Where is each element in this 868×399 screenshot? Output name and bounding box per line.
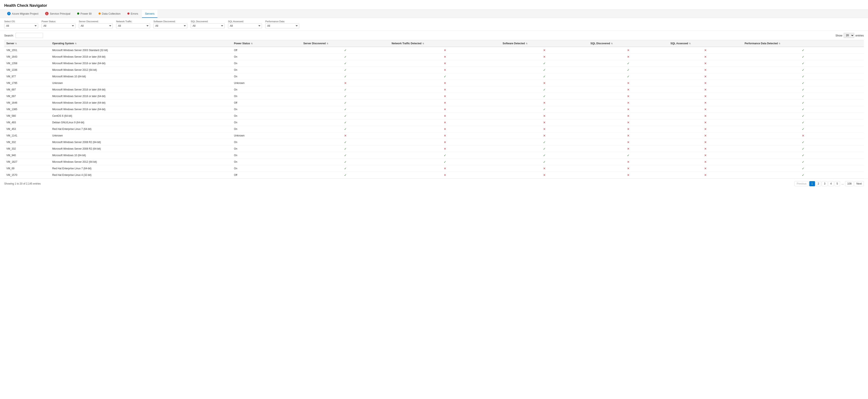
- col-header-sql-assess[interactable]: SQL Assessed⇅: [669, 40, 743, 47]
- pagination-page-5[interactable]: 5: [835, 181, 840, 186]
- table-row: VM_940Microsoft Windows 10 (64-bit)On✓✓✓…: [4, 152, 864, 159]
- cell-os: CentOS 6 (64-bit): [50, 113, 231, 119]
- check-icon: ✓: [303, 160, 388, 163]
- tab-errors[interactable]: Errors: [124, 10, 141, 18]
- x-icon: ✕: [671, 147, 740, 150]
- pagination-previous[interactable]: Previous: [795, 181, 809, 186]
- x-icon: ✕: [590, 134, 666, 137]
- x-icon: ✕: [671, 141, 740, 144]
- table-container: Server⇅Operating System⇅Power Status⇅Ser…: [0, 40, 868, 178]
- filter-select-select-os[interactable]: All: [4, 23, 38, 28]
- col-header-discovered[interactable]: Server Discovered⇅: [301, 40, 390, 47]
- check-icon: ✓: [303, 114, 388, 118]
- check-icon: ✓: [303, 101, 388, 104]
- filter-select-sql-discovered[interactable]: All: [191, 23, 225, 28]
- cell-perf: ✓: [743, 87, 864, 93]
- filter-select-server-discovered[interactable]: All: [79, 23, 113, 28]
- check-icon: ✓: [303, 121, 388, 124]
- col-header-os[interactable]: Operating System⇅: [50, 40, 231, 47]
- cell-network: ✓: [390, 159, 500, 165]
- cell-discovered: ✓: [301, 100, 390, 106]
- x-icon: ✕: [392, 173, 498, 177]
- x-icon: ✕: [392, 141, 498, 144]
- x-icon: ✕: [503, 134, 586, 137]
- tab-dot-data-collection: [98, 12, 101, 14]
- cell-software: ✕: [500, 119, 588, 126]
- pagination-page-4[interactable]: 4: [828, 181, 834, 186]
- x-icon: ✕: [671, 127, 740, 131]
- tab-label-errors: Errors: [131, 12, 138, 15]
- cell-discovered: ✓: [301, 67, 390, 73]
- cell-os: Microsoft Windows 10 (64-bit): [50, 73, 231, 80]
- pagination-page-2[interactable]: 2: [816, 181, 822, 186]
- check-icon: ✓: [745, 121, 862, 124]
- tabs-bar: ?Azure Migrate Project1Service Principal…: [0, 10, 868, 18]
- x-icon: ✕: [590, 147, 666, 150]
- col-header-software[interactable]: Software Detected⇅: [500, 40, 588, 47]
- cell-sql_assess: ✕: [669, 73, 743, 80]
- filter-select-network-traffic[interactable]: All: [116, 23, 150, 28]
- table-row: VM_1570Red Hat Enterprise Linux 4 (32-bi…: [4, 172, 864, 178]
- col-header-power[interactable]: Power Status⇅: [232, 40, 301, 47]
- check-icon: ✓: [503, 160, 586, 163]
- sort-icon-discovered: ⇅: [327, 42, 328, 45]
- col-header-network[interactable]: Network Traffic Detected⇅: [390, 40, 500, 47]
- tab-badge-service-principal: 1: [45, 12, 49, 15]
- cell-network: ✕: [390, 80, 500, 87]
- pagination-next[interactable]: Next: [854, 181, 864, 186]
- x-icon: ✕: [590, 94, 666, 98]
- x-icon: ✕: [671, 167, 740, 170]
- col-header-sql-disc[interactable]: SQL Discovered⇅: [588, 40, 668, 47]
- col-header-perf[interactable]: Performance Data Detected⇅: [743, 40, 864, 47]
- filter-select-sql-assessed[interactable]: All: [228, 23, 262, 28]
- check-icon: ✓: [745, 141, 862, 144]
- pagination-page-3[interactable]: 3: [822, 181, 828, 186]
- cell-discovered: ✓: [301, 172, 390, 178]
- check-icon: ✓: [503, 108, 586, 111]
- entries-select[interactable]: 20 50 100: [844, 33, 854, 38]
- page-title: Health Check Navigator: [4, 3, 864, 8]
- entries-label: entries: [856, 34, 864, 37]
- col-header-server[interactable]: Server⇅: [4, 40, 50, 47]
- cell-software: ✕: [500, 172, 588, 178]
- cell-software: ✓: [500, 106, 588, 113]
- cell-network: ✕: [390, 54, 500, 60]
- filter-select-power-status[interactable]: All: [41, 23, 75, 28]
- cell-perf: ✓: [743, 73, 864, 80]
- filter-select-performance-data[interactable]: All: [265, 23, 299, 28]
- x-icon: ✕: [392, 88, 498, 91]
- cell-network: ✕: [390, 87, 500, 93]
- cell-power: Unknown: [232, 132, 301, 139]
- cell-network: ✕: [390, 93, 500, 100]
- search-input[interactable]: [16, 33, 43, 38]
- cell-discovered: ✓: [301, 165, 390, 172]
- x-icon: ✕: [503, 55, 586, 59]
- filter-select-software-discovered[interactable]: All: [153, 23, 187, 28]
- cell-power: On: [232, 119, 301, 126]
- tab-power-bi[interactable]: Power BI: [74, 10, 95, 18]
- cell-server: VM_1795: [4, 80, 50, 87]
- cell-sql_assess: ✕: [669, 159, 743, 165]
- cell-os: Red Hat Enterprise Linux 7 (64-bit): [50, 126, 231, 132]
- check-icon: ✓: [503, 62, 586, 65]
- tab-servers[interactable]: Servers: [142, 10, 157, 18]
- pagination-page-1[interactable]: 1: [809, 181, 815, 186]
- tab-data-collection[interactable]: Data Collection: [96, 10, 124, 18]
- sort-icon-os: ⇅: [75, 42, 76, 45]
- cell-os: Red Hat Enterprise Linux 4 (32-bit): [50, 172, 231, 178]
- tab-azure-migrate[interactable]: ?Azure Migrate Project: [4, 10, 41, 18]
- pagination-bar: Showing 1 to 20 of 2,145 entries Previou…: [0, 178, 868, 189]
- cell-software: ✓: [500, 60, 588, 67]
- tab-service-principal[interactable]: 1Service Principal: [42, 10, 73, 18]
- cell-discovered: ✓: [301, 87, 390, 93]
- cell-server: VM_1358: [4, 60, 50, 67]
- cell-os: Microsoft Windows Server 2016 or later (…: [50, 100, 231, 106]
- cell-perf: ✕: [743, 132, 864, 139]
- cell-sql_assess: ✕: [669, 60, 743, 67]
- check-icon: ✓: [503, 88, 586, 91]
- cell-software: ✓: [500, 87, 588, 93]
- check-icon: ✓: [745, 167, 862, 170]
- cell-power: On: [232, 67, 301, 73]
- check-icon: ✓: [303, 75, 388, 78]
- pagination-last-page[interactable]: 108: [845, 181, 854, 186]
